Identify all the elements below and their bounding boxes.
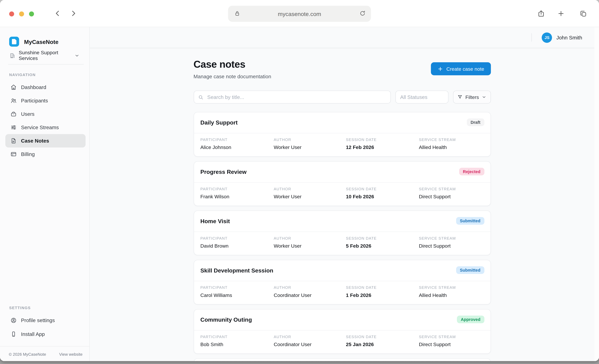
participant-value: David Brown [200,243,273,249]
page-content: Case notes Manage case note documentatio… [194,48,491,361]
sidebar-item-billing[interactable]: Billing [5,148,86,161]
case-note-card[interactable]: Daily Support Draft PARTICIPANTAlice Joh… [194,112,491,157]
case-note-card[interactable]: Progress Review Rejected PARTICIPANTFran… [194,161,491,206]
session-date-field: SESSION DATE10 Feb 2026 [346,187,419,199]
sidebar: MyCaseNote Sunshine Support Services NAV… [0,27,90,361]
divider [8,64,84,65]
status-filter-select[interactable]: All Statuses [395,90,448,103]
case-note-fields: PARTICIPANTBob SmithAUTHORCoordinator Us… [194,330,490,354]
session-date-value: 10 Feb 2026 [346,194,419,199]
sidebar-item-users[interactable]: Users [5,107,86,121]
scroll-gutter[interactable] [594,27,599,361]
nav-section-label: NAVIGATION [9,73,89,77]
author-field: AUTHORCoordinator User [274,285,346,298]
field-label: SESSION DATE [346,137,419,142]
org-selector[interactable]: Sunshine Support Services [9,51,85,60]
field-label: PARTICIPANT [200,335,273,339]
participant-value: Bob Smith [200,342,273,347]
browser-toolbar: mycasenote.com [0,0,599,27]
field-label: SERVICE STREAM [419,236,484,240]
zoom-button[interactable] [29,11,34,17]
funnel-icon [457,94,463,100]
address-bar[interactable]: mycasenote.com [228,6,371,22]
forward-icon[interactable] [70,9,77,17]
participant-field: PARTICIPANTAlice Johnson [200,137,273,150]
case-note-card[interactable]: Weekly Check-in Approved PARTICIPANTAUTH… [194,358,491,361]
create-case-note-button[interactable]: Create case note [431,62,491,75]
app-brand: MyCaseNote [9,36,89,47]
close-button[interactable] [9,11,14,17]
sidebar-item-case-notes[interactable]: Case Notes [5,134,86,148]
author-field: AUTHORWorker User [274,187,346,199]
avatar[interactable]: JS [542,32,552,43]
sidebar-footer: © 2026 MyCaseNote View website [0,346,89,361]
field-label: PARTICIPANT [200,285,273,290]
window-controls [9,11,34,17]
case-note-title: Community Outing [200,316,252,323]
copyright-text: © 2026 MyCaseNote [9,352,46,356]
case-note-fields: PARTICIPANTCarol WilliamsAUTHORCoordinat… [194,281,490,304]
main-area: JS John Smith Case notes Manage case not… [90,27,594,361]
app-name: MyCaseNote [24,38,58,45]
status-badge: Approved [457,316,484,323]
field-label: SERVICE STREAM [419,187,484,191]
view-website-link[interactable]: View website [59,352,82,356]
field-label: SERVICE STREAM [419,335,484,339]
sidebar-item-participants[interactable]: Participants [5,94,86,107]
field-label: AUTHOR [274,236,346,240]
field-label: SESSION DATE [346,187,419,191]
author-field: AUTHORWorker User [274,236,346,249]
author-value: Coordinator User [274,292,346,298]
author-field: AUTHORWorker User [274,137,346,150]
page-title-row: Case notes Manage case note documentatio… [194,59,491,80]
service-stream-value: Allied Health [419,292,484,298]
sidebar-item-dashboard[interactable]: Dashboard [5,80,86,94]
participant-value: Carol Williams [200,292,273,298]
participant-field: PARTICIPANTBob Smith [200,335,273,347]
divider [531,33,532,42]
status-badge: Submitted [456,217,484,225]
case-note-card[interactable]: Skill Development Session Submitted PART… [194,260,491,304]
field-label: PARTICIPANT [200,137,273,142]
app-logo-icon [9,37,19,46]
service-stream-field: SERVICE STREAMAllied Health [419,137,484,150]
filters-button[interactable]: Filters [453,90,491,103]
field-label: PARTICIPANT [200,187,273,191]
case-note-card[interactable]: Community Outing Approved PARTICIPANTBob… [194,309,491,354]
author-value: Coordinator User [274,342,346,347]
tab-overview-icon[interactable] [579,9,587,18]
participant-value: Alice Johnson [200,144,273,150]
author-field: AUTHORCoordinator User [274,335,346,347]
author-value: Worker User [274,243,346,249]
filters-button-label: Filters [466,94,479,100]
filter-row: All Statuses Filters [194,90,491,103]
org-name: Sunshine Support Services [19,50,72,61]
sidebar-item-service-streams[interactable]: Service Streams [5,121,86,134]
page-title: Case notes [194,59,271,70]
minimize-button[interactable] [19,11,24,17]
sidebar-item-profile-settings[interactable]: Profile settings [5,313,86,327]
user-circle-icon [10,317,17,323]
case-note-card[interactable]: Home Visit Submitted PARTICIPANTDavid Br… [194,211,491,255]
session-date-value: 1 Feb 2026 [346,292,419,298]
session-date-field: SESSION DATE12 Feb 2026 [346,137,419,150]
session-date-value: 12 Feb 2026 [346,144,419,150]
screen: mycasenote.com MyCaseNote [0,0,599,364]
new-tab-icon[interactable] [557,9,565,18]
back-icon[interactable] [54,9,62,17]
participant-field: PARTICIPANTFrank Wilson [200,187,273,199]
session-date-field: SESSION DATE1 Feb 2026 [346,285,419,298]
user-name[interactable]: John Smith [556,35,582,40]
author-value: Worker User [274,194,346,199]
service-stream-value: Direct Support [419,342,484,347]
share-icon[interactable] [537,9,545,18]
participant-field: PARTICIPANTCarol Williams [200,285,273,298]
service-stream-value: Allied Health [419,144,484,150]
building-icon [9,52,16,59]
search-input[interactable] [207,94,387,100]
browser-window: mycasenote.com MyCaseNote [0,0,599,361]
sidebar-item-install-app[interactable]: Install App [5,327,86,341]
participant-value: Frank Wilson [200,194,273,199]
file-text-icon [10,137,17,144]
reload-icon[interactable] [359,10,366,17]
